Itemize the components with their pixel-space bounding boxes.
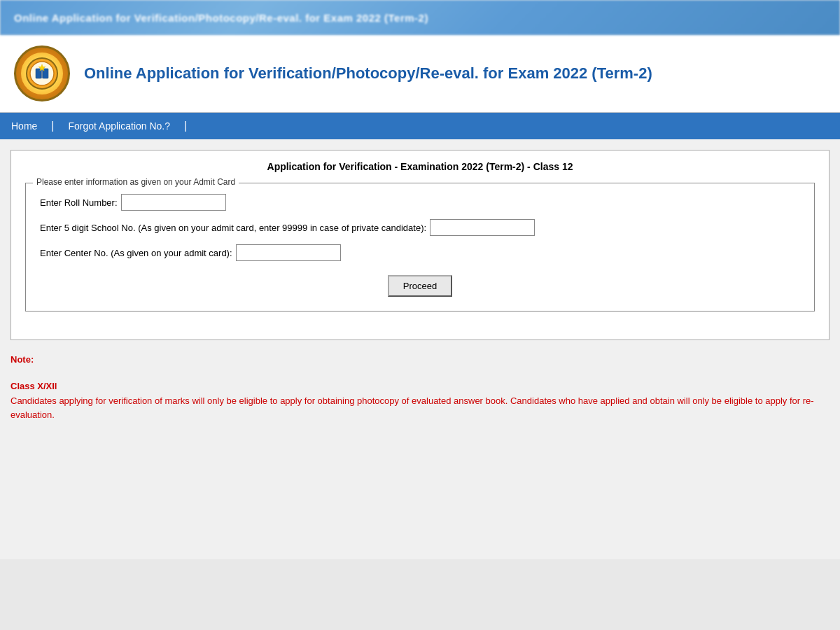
nav-forgot[interactable]: Forgot Application No.? [57,113,182,139]
main-content: Application for Verification - Examinati… [0,139,840,559]
roll-number-row: Enter Roll Number: [40,194,800,211]
notes-section: Note: Class X/XII Candidates applying fo… [10,351,830,425]
roll-number-input[interactable] [121,194,226,211]
header: Online Application for Verification/Phot… [0,35,840,113]
school-number-input[interactable] [430,219,535,236]
navbar: Home | Forgot Application No.? | [0,113,840,139]
nav-divider-2: | [181,120,190,132]
center-number-label: Enter Center No. (As given on your admit… [40,248,232,258]
logo-circle [14,46,70,102]
form-title: Application for Verification - Examinati… [25,161,815,172]
proceed-row: Proceed [40,275,800,297]
center-number-input[interactable] [236,244,341,261]
form-legend: Please enter information as given on you… [33,177,239,187]
proceed-button[interactable]: Proceed [388,275,452,297]
note-label: Note: [10,354,830,365]
logo-icon [21,52,63,94]
school-number-label: Enter 5 digit School No. (As given on yo… [40,223,426,233]
logo [14,46,70,102]
nav-home[interactable]: Home [0,113,48,139]
note-class-label: Class X/XII [10,381,830,391]
note-text: Candidates applying for verification of … [10,394,830,421]
roll-number-label: Enter Roll Number: [40,197,118,208]
school-number-row: Enter 5 digit School No. (As given on yo… [40,219,800,236]
header-title: Online Application for Verification/Phot… [84,64,652,84]
center-number-row: Enter Center No. (As given on your admit… [40,244,800,261]
top-banner: Online Application for Verification/Phot… [0,0,840,35]
form-section: Please enter information as given on you… [25,183,815,312]
top-banner-text: Online Application for Verification/Phot… [14,12,428,24]
nav-divider-1: | [48,120,57,132]
form-container: Application for Verification - Examinati… [10,150,830,340]
